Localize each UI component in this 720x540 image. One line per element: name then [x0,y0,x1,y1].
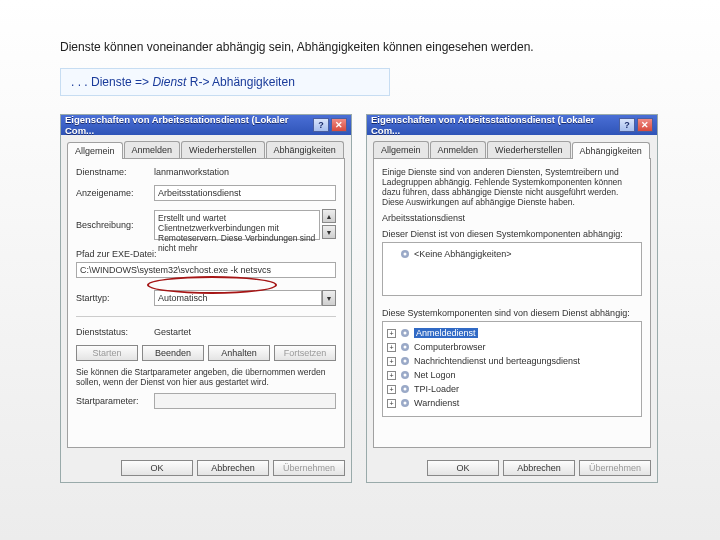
tree-label: TPI-Loader [414,384,459,394]
dialog-allgemein: Eigenschaften von Arbeitsstationsdienst … [60,114,352,483]
fortsetzen-button[interactable]: Fortsetzen [274,345,336,361]
beschreibung-textarea[interactable]: Erstellt und wartet Clientnetzwerkverbin… [154,210,320,240]
tab-wiederherstellen[interactable]: Wiederherstellen [487,141,571,158]
dienstname-label: Dienstname: [76,167,154,177]
expand-icon[interactable]: + [387,385,396,394]
svg-point-13 [404,402,407,405]
gear-icon [399,397,411,409]
titlebar[interactable]: Eigenschaften von Arbeitsstationsdienst … [61,115,351,135]
window-title: Eigenschaften von Arbeitsstationsdienst … [65,114,311,136]
panel-abhaengigkeiten: Einige Dienste sind von anderen Diensten… [373,158,651,448]
anzeigename-input[interactable]: Arbeitsstationsdienst [154,185,336,201]
tree-label: <Keine Abhängigkeiten> [414,249,512,259]
depends-on-tree[interactable]: <Keine Abhängigkeiten> [382,242,642,296]
gear-icon [399,248,411,260]
beenden-button[interactable]: Beenden [142,345,204,361]
dialog-abhaengigkeiten: Eigenschaften von Arbeitsstationsdienst … [366,114,658,483]
gear-icon [399,369,411,381]
dienstname-value: lanmanworkstation [154,167,229,177]
dependents-label: Diese Systemkomponenten sind von diesem … [382,308,642,318]
status-value: Gestartet [154,327,191,337]
help-button[interactable]: ? [313,118,329,132]
tree-label: Nachrichtendienst und berteagungsdienst [414,356,580,366]
anhalten-button[interactable]: Anhalten [208,345,270,361]
ok-button[interactable]: OK [427,460,499,476]
nav-prefix: . . . Dienste => [71,75,152,89]
uebernehmen-button[interactable]: Übernehmen [273,460,345,476]
nav-suffix: R-> Abhängigkeiten [186,75,294,89]
titlebar[interactable]: Eigenschaften von Arbeitsstationsdienst … [367,115,657,135]
pfad-label: Pfad zur EXE-Datei: [76,249,336,259]
svg-point-5 [404,346,407,349]
expand-icon[interactable]: + [387,343,396,352]
starttyp-label: Starttyp: [76,293,154,303]
close-button[interactable]: ✕ [331,118,347,132]
tree-node[interactable]: +Net Logon [387,368,637,382]
startparam-label: Startparameter: [76,396,154,406]
starttyp-select[interactable]: Automatisch [154,290,322,306]
depends-on-label: Dieser Dienst ist von diesen Systemkompo… [382,229,642,239]
tree-node[interactable]: +Computerbrowser [387,340,637,354]
startparam-input[interactable] [154,393,336,409]
gear-icon [399,383,411,395]
dependencies-info: Einige Dienste sind von anderen Diensten… [382,167,642,207]
gear-icon [399,341,411,353]
tree-node[interactable]: +TPI-Loader [387,382,637,396]
pfad-input[interactable]: C:\WINDOWS\system32\svchost.exe -k netsv… [76,262,336,278]
tab-allgemein[interactable]: Allgemein [373,141,429,158]
expand-icon[interactable]: + [387,357,396,366]
tab-abhaengigkeiten[interactable]: Abhängigkeiten [266,141,344,158]
tree-node[interactable]: +Nachrichtendienst und berteagungsdienst [387,354,637,368]
svg-point-3 [404,332,407,335]
nav-italic: Dienst [152,75,186,89]
expand-icon[interactable]: + [387,399,396,408]
svg-point-11 [404,388,407,391]
svg-point-1 [404,253,407,256]
tab-allgemein[interactable]: Allgemein [67,142,123,159]
expand-icon[interactable]: + [387,329,396,338]
tab-wiederherstellen[interactable]: Wiederherstellen [181,141,265,158]
beschreibung-label: Beschreibung: [76,220,154,230]
tab-abhaengigkeiten[interactable]: Abhängigkeiten [572,142,650,159]
scroll-up-button[interactable]: ▲ [322,209,336,223]
expand-icon[interactable]: + [387,371,396,380]
nav-path: . . . Dienste => Dienst R-> Abhängigkeit… [60,68,390,96]
dependents-tree[interactable]: +Anmeldedienst +Computerbrowser +Nachric… [382,321,642,417]
tree-node[interactable]: +Anmeldedienst [387,326,637,340]
chevron-down-icon[interactable]: ▼ [322,290,336,306]
tree-label: Warndienst [414,398,459,408]
tree-label: Net Logon [414,370,456,380]
svg-point-7 [404,360,407,363]
gear-icon [399,355,411,367]
intro-text: Dienste können voneinander abhängig sein… [60,40,660,54]
tree-node: <Keine Abhängigkeiten> [387,247,637,261]
tree-label: Anmeldedienst [414,328,478,338]
help-button[interactable]: ? [619,118,635,132]
abbrechen-button[interactable]: Abbrechen [197,460,269,476]
tab-anmelden[interactable]: Anmelden [430,141,487,158]
window-title: Eigenschaften von Arbeitsstationsdienst … [371,114,617,136]
tree-label: Computerbrowser [414,342,486,352]
ok-button[interactable]: OK [121,460,193,476]
tab-anmelden[interactable]: Anmelden [124,141,181,158]
starten-button[interactable]: Starten [76,345,138,361]
svg-point-9 [404,374,407,377]
close-button[interactable]: ✕ [637,118,653,132]
startparam-note: Sie können die Startparameter angeben, d… [76,367,336,387]
status-label: Dienststatus: [76,327,154,337]
uebernehmen-button[interactable]: Übernehmen [579,460,651,476]
gear-icon [399,327,411,339]
scroll-down-button[interactable]: ▼ [322,225,336,239]
abbrechen-button[interactable]: Abbrechen [503,460,575,476]
panel-allgemein: Dienstname: lanmanworkstation Anzeigenam… [67,158,345,448]
service-name: Arbeitsstationsdienst [382,213,642,223]
anzeigename-label: Anzeigename: [76,188,154,198]
tree-node[interactable]: +Warndienst [387,396,637,410]
